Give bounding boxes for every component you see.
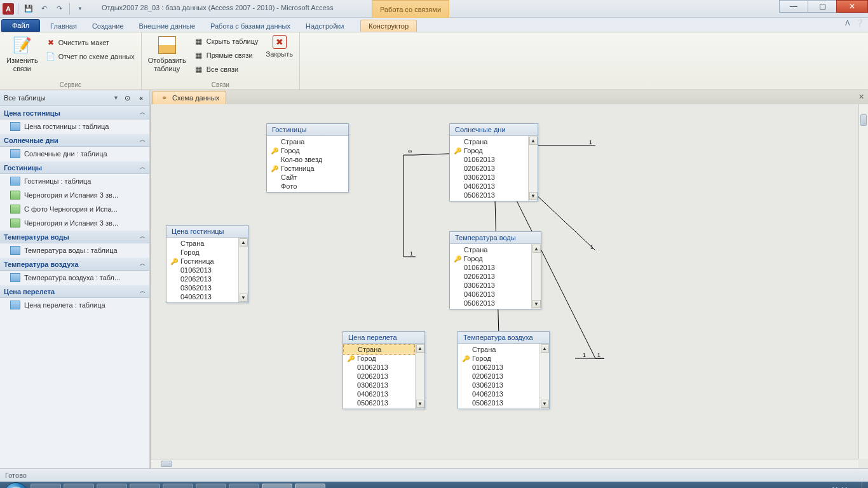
all-links-button[interactable]: ▦Все связи xyxy=(191,63,261,76)
table-field[interactable]: 🔑Город xyxy=(458,354,539,363)
canvas-scrollbar-horizontal[interactable] xyxy=(151,459,858,468)
tab-create[interactable]: Создание xyxy=(85,20,132,32)
table-scrollbar[interactable]: ▲▼ xyxy=(415,344,424,409)
table-field[interactable]: 02062013 xyxy=(458,372,539,381)
taskbar-ie[interactable]: 🌐 xyxy=(31,484,61,488)
close-button[interactable]: ✕ xyxy=(836,0,868,13)
taskbar-media[interactable]: ▶ xyxy=(97,484,127,488)
start-button[interactable] xyxy=(4,482,28,488)
table-field[interactable]: 04062013 xyxy=(450,290,531,299)
save-icon[interactable]: 💾 xyxy=(22,3,35,15)
table-title[interactable]: Температура воды xyxy=(450,232,541,244)
tab-design[interactable]: Конструктор xyxy=(360,20,417,32)
close-relations-button[interactable]: ✖ Закрыть xyxy=(264,34,295,60)
document-close-icon[interactable]: ✕ xyxy=(858,93,864,101)
table-field[interactable]: 01062013 xyxy=(166,266,238,274)
table-scrollbar[interactable]: ▲▼ xyxy=(238,238,248,302)
taskbar-messenger[interactable]: 👥 xyxy=(163,484,193,488)
table-field[interactable]: 🔑Город xyxy=(450,146,528,155)
table-box-flight[interactable]: Цена перелетаСтрана🔑Город010620130206201… xyxy=(342,331,425,409)
taskbar-sound[interactable]: 🔊 xyxy=(229,484,259,488)
nav-header[interactable]: Все таблицы ▼ ⊙ « xyxy=(0,90,149,106)
nav-search-icon[interactable]: ⊙ xyxy=(123,93,133,103)
qat-dropdown-icon[interactable]: ▼ xyxy=(74,3,86,15)
table-field[interactable]: Страна xyxy=(166,239,238,248)
table-field[interactable]: 02062013 xyxy=(166,274,238,283)
table-field[interactable]: 02062013 xyxy=(450,164,528,173)
nav-item[interactable]: Черногория и Испания 3 зв... xyxy=(0,216,149,230)
table-title[interactable]: Гостиницы xyxy=(267,124,348,136)
table-field[interactable]: Сайт xyxy=(267,173,348,182)
table-title[interactable]: Солнечные дни xyxy=(450,124,538,136)
table-title[interactable]: Цена перелета xyxy=(343,332,424,344)
scroll-down-icon[interactable]: ▼ xyxy=(240,294,248,302)
table-field[interactable]: Город xyxy=(166,248,238,257)
table-field[interactable]: 05062013 xyxy=(343,398,415,407)
table-field[interactable]: 04062013 xyxy=(166,292,238,301)
table-field[interactable]: Страна xyxy=(458,345,539,354)
help-icon[interactable]: ❔ xyxy=(855,19,864,27)
taskbar-yandex[interactable]: Я xyxy=(196,484,226,488)
nav-item[interactable]: Солнечные дни : таблица xyxy=(0,147,149,161)
nav-item[interactable]: Температура воды : таблица xyxy=(0,243,149,257)
scroll-down-icon[interactable]: ▼ xyxy=(532,300,541,308)
show-desktop-button[interactable] xyxy=(862,482,868,488)
table-field[interactable]: 🔑Гостиница xyxy=(267,164,348,173)
table-scrollbar[interactable]: ▲▼ xyxy=(531,244,541,309)
nav-item[interactable]: Цена перелета : таблица xyxy=(0,298,149,312)
minimize-button[interactable]: — xyxy=(779,0,808,13)
table-field[interactable]: 01062013 xyxy=(458,363,539,372)
tab-addins[interactable]: Надстройки xyxy=(298,20,351,32)
table-field[interactable]: 🔑Город xyxy=(267,146,348,155)
table-field[interactable]: 05062013 xyxy=(450,299,531,308)
table-field[interactable]: 03062013 xyxy=(458,381,539,390)
nav-item[interactable]: Температура воздуха : табл... xyxy=(0,271,149,285)
scroll-up-icon[interactable]: ▲ xyxy=(416,344,424,353)
table-scrollbar[interactable]: ▲▼ xyxy=(539,344,549,409)
table-field[interactable]: Страна xyxy=(267,137,348,146)
scroll-up-icon[interactable]: ▲ xyxy=(541,344,549,353)
table-field[interactable]: 03062013 xyxy=(450,281,531,290)
file-tab[interactable]: Файл xyxy=(1,19,40,32)
table-field[interactable]: 03062013 xyxy=(343,381,415,390)
table-field[interactable]: 02062013 xyxy=(343,372,415,381)
show-table-button[interactable]: Отобразить таблицу xyxy=(146,34,189,74)
nav-collapse-icon[interactable]: « xyxy=(137,94,146,102)
scroll-up-icon[interactable]: ▲ xyxy=(529,137,538,145)
table-field[interactable]: Кол-во звезд xyxy=(267,155,348,164)
table-field[interactable]: Страна xyxy=(343,344,415,355)
nav-item[interactable]: С фото Черногория и Испа... xyxy=(0,202,149,216)
table-field[interactable]: 04062013 xyxy=(343,390,415,398)
hide-table-button[interactable]: ▦Скрыть таблицу xyxy=(191,35,261,48)
taskbar-movie[interactable]: 🎬 xyxy=(130,484,160,488)
scroll-up-icon[interactable]: ▲ xyxy=(240,238,248,247)
table-box-hotels[interactable]: ГостиницыСтрана🔑ГородКол-во звезд🔑Гостин… xyxy=(266,123,349,193)
tab-home[interactable]: Главная xyxy=(43,20,85,32)
scroll-down-icon[interactable]: ▼ xyxy=(541,400,549,408)
nav-group-header[interactable]: Температура воды︿ xyxy=(0,230,149,243)
nav-group-header[interactable]: Солнечные дни︿ xyxy=(0,133,149,147)
nav-item[interactable]: Гостиницы : таблица xyxy=(0,174,149,188)
scroll-down-icon[interactable]: ▼ xyxy=(529,192,538,200)
table-field[interactable]: 01062013 xyxy=(450,263,531,272)
relations-report-button[interactable]: 📄Отчет по схеме данных xyxy=(43,50,137,63)
table-field[interactable]: 01062013 xyxy=(450,155,528,164)
scroll-down-icon[interactable]: ▼ xyxy=(416,400,424,408)
table-box-sunny[interactable]: Солнечные дниСтрана🔑Город010620130206201… xyxy=(449,123,538,201)
nav-group-header[interactable]: Цена гостиницы︿ xyxy=(0,106,149,119)
document-tab-schema[interactable]: ⚭ Схема данных xyxy=(153,91,226,104)
table-field[interactable]: 02062013 xyxy=(450,272,531,281)
tab-database[interactable]: Работа с базами данных xyxy=(203,20,298,32)
table-field[interactable]: 🔑Гостиница xyxy=(166,257,238,266)
table-field[interactable]: 01062013 xyxy=(343,363,415,372)
edit-relations-button[interactable]: 📝 Изменить связи xyxy=(4,34,41,74)
nav-dropdown-icon[interactable]: ▼ xyxy=(113,95,119,101)
nav-item[interactable]: Цена гостиницы : таблица xyxy=(0,119,149,133)
maximize-button[interactable]: ▢ xyxy=(808,0,837,13)
table-box-price_hotel[interactable]: Цена гостиницыСтранаГород🔑Гостиница01062… xyxy=(166,225,248,303)
table-field[interactable]: Фото xyxy=(267,182,348,191)
table-box-water[interactable]: Температура водыСтрана🔑Город010620130206… xyxy=(449,231,541,309)
nav-item[interactable]: Черногория и Испания 3 зв... xyxy=(0,188,149,202)
nav-group-header[interactable]: Цена перелета︿ xyxy=(0,285,149,298)
table-field[interactable]: 03062013 xyxy=(166,283,238,292)
